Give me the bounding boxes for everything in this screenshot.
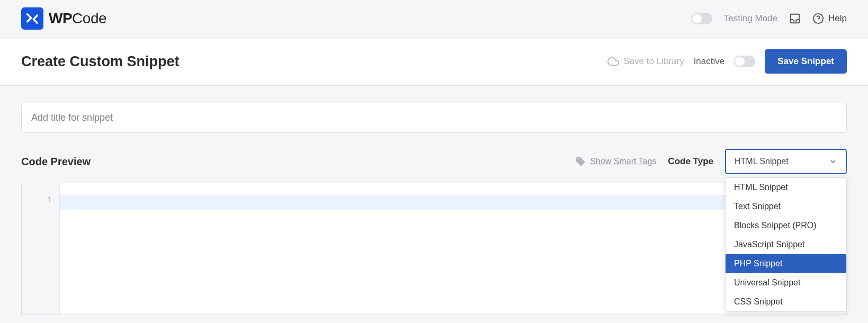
svg-rect-0	[791, 14, 800, 23]
save-to-library[interactable]: Save to Library	[607, 56, 684, 67]
testing-mode-toggle[interactable]	[691, 13, 712, 24]
page-title: Create Custom Snippet	[21, 53, 180, 70]
code-type-option[interactable]: Blocks Snippet (PRO)	[726, 216, 846, 235]
smart-tags-label: Show Smart Tags	[590, 157, 656, 166]
code-preview-header: Code Preview Show Smart Tags Code Type H…	[21, 149, 847, 174]
code-type-selected: HTML Snippet	[735, 157, 789, 166]
cloud-icon	[607, 56, 619, 67]
code-type-dropdown-menu: HTML SnippetText SnippetBlocks Snippet (…	[725, 177, 847, 312]
snippet-title-input[interactable]	[21, 103, 847, 133]
logo: WPCode	[21, 7, 106, 30]
code-type-dropdown-wrap: HTML Snippet HTML SnippetText SnippetBlo…	[725, 149, 847, 174]
save-button[interactable]: Save Snippet	[765, 49, 847, 74]
code-type-option[interactable]: PHP Snippet	[726, 254, 846, 273]
code-type-option[interactable]: CSS Snippet	[726, 292, 846, 311]
code-preview-label: Code Preview	[21, 156, 91, 168]
wpcode-logo-icon	[21, 7, 43, 30]
content-area: Code Preview Show Smart Tags Code Type H…	[0, 86, 868, 323]
editor-gutter: 1	[22, 183, 60, 315]
help-label: Help	[828, 13, 847, 24]
save-to-library-label: Save to Library	[623, 56, 684, 67]
code-type-label: Code Type	[668, 156, 713, 167]
code-type-option[interactable]: Universal Snippet	[726, 273, 846, 292]
action-bar-actions: Save to Library Inactive Save Snippet	[607, 49, 847, 74]
code-type-option[interactable]: Text Snippet	[726, 197, 846, 216]
inbox-icon[interactable]	[789, 13, 801, 24]
code-editor[interactable]: 1	[21, 183, 847, 315]
code-type-option[interactable]: HTML Snippet	[726, 178, 846, 197]
logo-text: WPCode	[49, 10, 106, 27]
top-header: WPCode Testing Mode Help	[0, 0, 868, 37]
line-number: 1	[22, 195, 52, 204]
testing-mode-label: Testing Mode	[724, 13, 777, 24]
header-actions: Testing Mode Help	[691, 13, 847, 24]
help-icon	[812, 13, 824, 24]
code-type-select[interactable]: HTML Snippet	[725, 149, 847, 174]
help-link[interactable]: Help	[812, 13, 847, 24]
code-type-option[interactable]: JavaScript Snippet	[726, 235, 846, 254]
tags-icon	[575, 156, 586, 167]
status-label: Inactive	[694, 56, 725, 67]
active-toggle[interactable]	[734, 56, 755, 67]
chevron-down-icon	[829, 157, 837, 166]
action-bar: Create Custom Snippet Save to Library In…	[0, 37, 868, 86]
show-smart-tags[interactable]: Show Smart Tags	[575, 156, 656, 167]
preview-controls: Show Smart Tags Code Type HTML Snippet H…	[575, 149, 847, 174]
